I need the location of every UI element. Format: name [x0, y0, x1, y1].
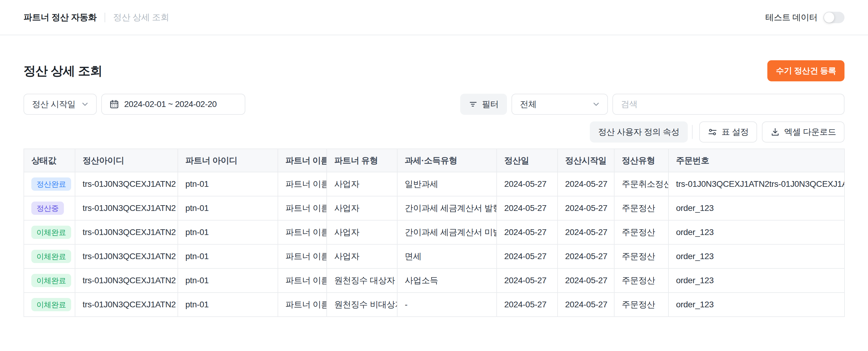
- table-cell: 파트너 이름: [278, 196, 327, 220]
- table-cell: order_123: [669, 268, 844, 292]
- filter-lines-icon: [469, 100, 478, 109]
- column-header: 주문번호: [669, 149, 844, 172]
- scope-dropdown-value: 전체: [520, 98, 536, 110]
- column-header: 상태값: [24, 149, 75, 172]
- excel-download-button[interactable]: 엑셀 다운로드: [762, 121, 844, 142]
- table-cell: -: [397, 292, 497, 317]
- table-settings-button[interactable]: 표 설정: [699, 121, 757, 142]
- filter-row: 정산 시작일 2024-02-01 ~ 2024-02-20: [24, 94, 844, 115]
- page-title: 정산 상세 조회: [24, 63, 102, 79]
- date-range-picker[interactable]: 2024-02-01 ~ 2024-02-20: [101, 94, 245, 115]
- date-range-value: 2024-02-01 ~ 2024-02-20: [124, 99, 217, 109]
- app-title[interactable]: 파트너 정산 자동화: [24, 11, 97, 24]
- table-cell: 2024-05-27: [497, 172, 558, 196]
- table-cell: 2024-05-27: [497, 244, 558, 268]
- sliders-icon: [708, 127, 717, 137]
- scope-dropdown[interactable]: 전체: [512, 94, 608, 115]
- table-body: 정산완료trs-01J0N3QCEXJ1ATN2ptn-01파트너 이름사업자일…: [24, 172, 844, 317]
- date-field-dropdown[interactable]: 정산 시작일: [24, 94, 97, 115]
- status-badge: 이체완료: [31, 274, 71, 287]
- toolbar-divider: [692, 125, 692, 139]
- table-cell: ptn-01: [178, 172, 278, 196]
- table-row[interactable]: 이체완료trs-01J0N3QCEXJ1ATN2ptn-01파트너 이름원천징수…: [24, 292, 844, 317]
- date-field-dropdown-value: 정산 시작일: [32, 98, 76, 110]
- top-bar: 파트너 정산 자동화 정산 상세 조회 테스트 데이터: [0, 0, 868, 35]
- table-cell: order_123: [669, 220, 844, 244]
- table-cell: order_123: [669, 244, 844, 268]
- table-cell: 주문정산: [614, 268, 669, 292]
- table-row[interactable]: 정산완료trs-01J0N3QCEXJ1ATN2ptn-01파트너 이름사업자일…: [24, 172, 844, 196]
- table-cell: 주문정산: [614, 292, 669, 317]
- table-cell: 2024-05-27: [558, 172, 614, 196]
- column-header: 정산아이디: [75, 149, 178, 172]
- table-cell: trs-01J0N3QCEXJ1ATN2: [75, 268, 178, 292]
- status-cell: 이체완료: [24, 220, 75, 244]
- table-cell: 주문취소정산: [614, 172, 669, 196]
- table-cell: trs-01J0N3QCEXJ1ATN2: [75, 244, 178, 268]
- table-cell: 원천징수 대상자: [327, 268, 397, 292]
- status-badge: 이체완료: [31, 250, 71, 263]
- settlement-table: 상태값정산아이디파트너 아이디파트너 이름파트너 유형과세·소득유형정산일정산시…: [24, 149, 845, 317]
- table-cell: order_123: [669, 292, 844, 317]
- main-content: 정산 상세 조회 수기 정산건 등록 정산 시작일: [0, 60, 868, 317]
- table-cell: ptn-01: [178, 244, 278, 268]
- table-cell: 파트너 이름: [278, 292, 327, 317]
- table-cell: 사업자: [327, 244, 397, 268]
- table-cell: 2024-05-27: [558, 244, 614, 268]
- status-badge: 정산중: [31, 201, 64, 215]
- table-cell: 주문정산: [614, 220, 669, 244]
- custom-attributes-button[interactable]: 정산 사용자 정의 속성: [590, 121, 688, 142]
- table-cell: 파트너 이름: [278, 244, 327, 268]
- breadcrumb-current: 정산 상세 조회: [113, 11, 169, 24]
- table-cell: ptn-01: [178, 268, 278, 292]
- table-cell: 사업자: [327, 196, 397, 220]
- toggle-knob-icon: [824, 12, 834, 23]
- status-cell: 이체완료: [24, 292, 75, 317]
- status-badge: 이체완료: [31, 226, 71, 239]
- status-cell: 이체완료: [24, 268, 75, 292]
- table-cell: 2024-05-27: [497, 292, 558, 317]
- table-cell: 간이과세 세금계산서 미발행: [397, 220, 497, 244]
- table-cell: trs-01J0N3QCEXJ1ATN2: [75, 196, 178, 220]
- manual-settlement-register-button[interactable]: 수기 정산건 등록: [767, 60, 844, 81]
- table-row[interactable]: 정산중trs-01J0N3QCEXJ1ATN2ptn-01파트너 이름사업자간이…: [24, 196, 844, 220]
- table-cell: 일반과세: [397, 172, 497, 196]
- column-header: 파트너 아이디: [178, 149, 278, 172]
- table-row[interactable]: 이체완료trs-01J0N3QCEXJ1ATN2ptn-01파트너 이름사업자간…: [24, 220, 844, 244]
- test-data-label: 테스트 데이터: [766, 12, 817, 23]
- search-input[interactable]: [613, 94, 844, 115]
- table-cell: ptn-01: [178, 292, 278, 317]
- filter-button[interactable]: 필터: [460, 94, 507, 115]
- table-settings-label: 표 설정: [721, 126, 749, 138]
- status-cell: 정산중: [24, 196, 75, 220]
- table-cell: 주문정산: [614, 196, 669, 220]
- column-header: 파트너 유형: [327, 149, 397, 172]
- table-cell: trs-01J0N3QCEXJ1ATN2: [75, 220, 178, 244]
- table-cell: trs-01J0N3QCEXJ1ATN2: [75, 172, 178, 196]
- chevron-down-icon: [81, 100, 90, 109]
- table-cell: 2024-05-27: [497, 220, 558, 244]
- table-row[interactable]: 이체완료trs-01J0N3QCEXJ1ATN2ptn-01파트너 이름원천징수…: [24, 268, 844, 292]
- test-data-control: 테스트 데이터: [766, 12, 844, 23]
- table-cell: 2024-05-27: [558, 268, 614, 292]
- table-cell: 2024-05-27: [558, 220, 614, 244]
- table-cell: 원천징수 비대상자: [327, 292, 397, 317]
- download-icon: [770, 127, 780, 137]
- table-cell: 주문정산: [614, 244, 669, 268]
- table-cell: ptn-01: [178, 196, 278, 220]
- table-cell: trs-01J0N3QCEXJ1ATN2: [75, 292, 178, 317]
- table-cell: 2024-05-27: [558, 196, 614, 220]
- status-cell: 정산완료: [24, 172, 75, 196]
- status-badge: 이체완료: [31, 298, 71, 311]
- table-cell: trs-01J0N3QCEXJ1ATN2trs-01J0N3QCEXJ1ATN2: [669, 172, 844, 196]
- test-data-toggle[interactable]: [824, 12, 844, 23]
- status-badge: 정산완료: [31, 178, 71, 191]
- table-cell: 파트너 이름: [278, 172, 327, 196]
- column-header: 파트너 이름: [278, 149, 327, 172]
- table-cell: 파트너 이름: [278, 220, 327, 244]
- table-cell: 2024-05-27: [558, 292, 614, 317]
- table-cell: 2024-05-27: [497, 268, 558, 292]
- table-cell: ptn-01: [178, 220, 278, 244]
- column-header: 과세·소득유형: [397, 149, 497, 172]
- table-row[interactable]: 이체완료trs-01J0N3QCEXJ1ATN2ptn-01파트너 이름사업자면…: [24, 244, 844, 268]
